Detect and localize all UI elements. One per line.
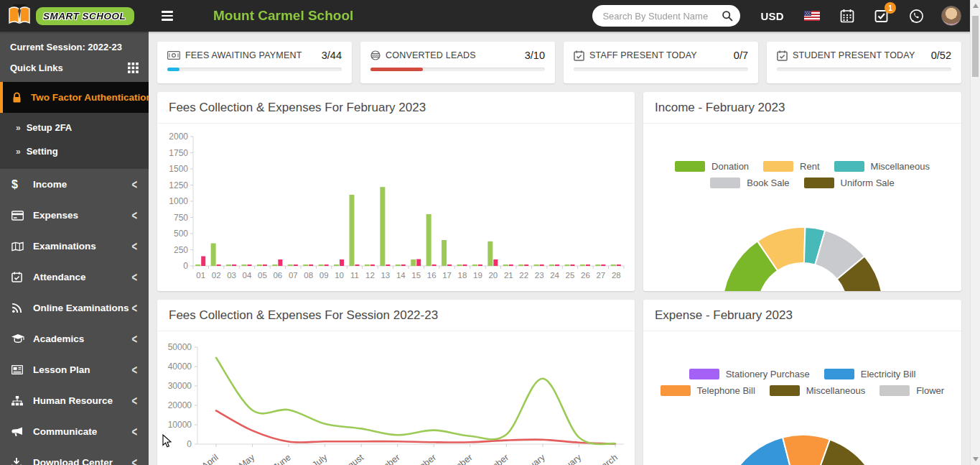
svg-text:2000: 2000 — [169, 132, 188, 142]
legend-swatch — [710, 178, 740, 188]
svg-text:15: 15 — [411, 271, 421, 280]
card-fees-session-chart: Fees Collection & Expenses For Session 2… — [157, 300, 635, 465]
sidebar-item-label: Income — [33, 179, 131, 190]
svg-text:0: 0 — [183, 261, 188, 271]
stat-card-value: 0/52 — [931, 50, 951, 61]
legend-item-electricity-bill[interactable]: Electricity Bill — [824, 369, 916, 379]
legend-item-book-sale[interactable]: Book Sale — [710, 178, 789, 188]
scrollbar-up-arrow[interactable] — [973, 4, 979, 8]
whatsapp-icon[interactable] — [909, 9, 924, 24]
legend-item-miscellaneous[interactable]: Miscellaneous — [834, 161, 930, 172]
svg-text:20000: 20000 — [168, 400, 192, 410]
quick-links[interactable]: Quick Links — [0, 57, 149, 82]
tasks-icon[interactable]: 1 — [874, 9, 889, 23]
search-input[interactable] — [602, 11, 722, 22]
sidebar-subitem-setting[interactable]: »Setting — [0, 139, 149, 163]
calendar-check-icon — [777, 50, 788, 61]
stat-card-fees-awaiting-payment: FEES AWAITING PAYMENT3/44 — [157, 42, 352, 83]
legend-item-uniform-sale[interactable]: Uniform Sale — [804, 178, 895, 188]
sidebar-item-communicate[interactable]: Communicate< — [0, 416, 149, 447]
svg-text:January: January — [515, 452, 547, 465]
dollar-icon: $ — [11, 178, 33, 191]
bullhorn-icon — [11, 427, 33, 437]
svg-text:14: 14 — [396, 271, 406, 280]
stat-card-student-present-today: STUDENT PRESENT TODAY0/52 — [767, 42, 961, 83]
chart-title: Fees Collection & Expenses For Session 2… — [157, 300, 635, 331]
svg-text:24: 24 — [550, 271, 559, 280]
hamburger-menu-icon[interactable] — [157, 6, 177, 25]
legend-label: Rent — [800, 161, 819, 172]
svg-text:05: 05 — [258, 271, 267, 280]
sidebar-item-label: Two Factor Authentication — [31, 92, 149, 103]
chevron-left-icon: < — [131, 455, 137, 465]
svg-text:16: 16 — [427, 271, 437, 280]
calendar-icon[interactable] — [840, 9, 854, 23]
sidebar-item-label: Online Examinations — [33, 303, 131, 313]
income-legend: DonationRentMiscellaneousBook SaleUnifor… — [643, 161, 961, 188]
legend-item-miscellaneous[interactable]: Miscellaneous — [770, 385, 865, 396]
leads-icon — [370, 50, 381, 60]
sitemap-icon — [11, 396, 33, 406]
scrollbar-thumb[interactable] — [972, 16, 979, 77]
sidebar-menu: $Income<Expenses<Examinations<Attendance… — [0, 169, 149, 465]
user-avatar[interactable] — [941, 6, 961, 26]
card-expense-chart: Expense - February 2023 Stationery Purch… — [643, 300, 961, 465]
page-scrollbar[interactable] — [970, 0, 980, 465]
money-icon — [167, 51, 180, 60]
sidebar-item-expenses[interactable]: Expenses< — [0, 200, 149, 231]
page-title: Mount Carmel School — [213, 8, 353, 24]
svg-text:March: March — [594, 452, 620, 465]
stat-card-value: 3/10 — [525, 50, 545, 61]
daily-bar-chart: 0250500750100012501500175020000102030405… — [164, 129, 627, 284]
stat-card-converted-leads: CONVERTED LEADS3/10 — [360, 42, 555, 83]
grid-icon[interactable] — [128, 63, 139, 73]
chart-title: Income - February 2023 — [643, 92, 961, 124]
stat-progress-track — [167, 68, 342, 71]
legend-item-telephone-bill[interactable]: Telephone Bill — [661, 385, 755, 396]
legend-item-donation[interactable]: Donation — [675, 161, 749, 172]
legend-item-rent[interactable]: Rent — [763, 161, 819, 172]
svg-text:08: 08 — [304, 271, 313, 280]
svg-text:19: 19 — [473, 271, 482, 280]
brand-logo[interactable]: SMART SCHOOL — [0, 0, 149, 32]
svg-text:10: 10 — [335, 271, 344, 280]
search-icon[interactable] — [722, 10, 733, 22]
sidebar-item-download-center[interactable]: Download Center< — [0, 447, 149, 465]
legend-label: Donation — [711, 161, 749, 172]
sidebar-item-income[interactable]: $Income< — [0, 169, 149, 200]
stat-progress-track — [370, 68, 545, 71]
legend-swatch — [770, 385, 800, 396]
sidebar-subitem-setup-2fa[interactable]: »Setup 2FA — [0, 116, 149, 139]
sidebar-item-label: Examinations — [33, 241, 131, 252]
svg-text:July: July — [310, 452, 330, 465]
svg-text:23: 23 — [535, 271, 544, 280]
legend-item-stationery-purchase[interactable]: Stationery Purchase — [689, 369, 810, 379]
currency-selector[interactable]: USD — [760, 10, 784, 22]
sidebar-item-human-resource[interactable]: Human Resource< — [0, 385, 149, 416]
sidebar-item-lesson-plan[interactable]: Lesson Plan< — [0, 354, 149, 385]
sidebar-item-two-factor-authentication[interactable]: Two Factor Authentication — [0, 82, 149, 113]
stat-card-label: CONVERTED LEADS — [386, 50, 520, 60]
svg-text:December: December — [472, 452, 510, 465]
sidebar-item-label: Expenses — [33, 210, 131, 221]
brand-name: SMART SCHOOL — [36, 7, 134, 25]
sidebar-item-attendance[interactable]: Attendance< — [0, 262, 149, 293]
legend-label: Uniform Sale — [841, 178, 895, 188]
svg-text:1750: 1750 — [169, 148, 188, 158]
sidebar-item-online-examinations[interactable]: Online Examinations< — [0, 293, 149, 323]
svg-text:June: June — [271, 452, 293, 465]
legend-item-flower[interactable]: Flower — [879, 385, 944, 396]
scrollbar-down-arrow[interactable] — [973, 457, 979, 461]
sidebar-item-examinations[interactable]: Examinations< — [0, 231, 149, 262]
book-icon — [11, 241, 33, 252]
language-flag-icon[interactable] — [804, 11, 820, 21]
brand-book-icon — [7, 4, 32, 27]
svg-text:26: 26 — [581, 271, 590, 280]
svg-text:22: 22 — [519, 271, 528, 280]
legend-label: Flower — [916, 385, 944, 396]
svg-text:May: May — [237, 452, 257, 465]
sidebar-item-academics[interactable]: Academics< — [0, 323, 149, 354]
chart-title: Expense - February 2023 — [643, 300, 961, 331]
legend-swatch — [661, 385, 691, 396]
chevron-left-icon: < — [131, 270, 137, 285]
